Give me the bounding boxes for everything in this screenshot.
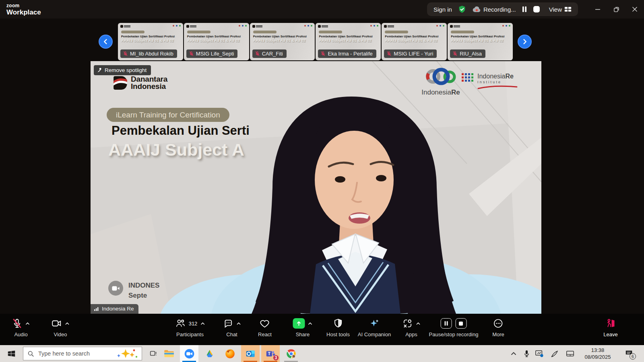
taskbar-clock[interactable]: 13:38 08/09/2025 <box>579 347 617 361</box>
tray-show-hidden-icons[interactable] <box>507 345 520 362</box>
chevron-up-icon[interactable] <box>308 322 313 325</box>
host-tools-button[interactable]: Host tools <box>326 317 350 337</box>
participants-button[interactable]: 312 Participants <box>175 317 205 337</box>
firefox-icon <box>225 348 235 359</box>
meeting-controls-pill: Sign in Recording... View <box>427 2 578 16</box>
chevron-up-icon[interactable] <box>65 322 70 325</box>
tile-subtitle: Pembekalan Ujian Sertifikasi Profesi <box>385 35 438 38</box>
share-button[interactable]: Share <box>293 317 313 337</box>
tray-microphone-icon[interactable] <box>520 345 533 362</box>
participant-tile[interactable]: Pembekalan Ujian Sertifikasi Profesi AAA… <box>184 23 249 60</box>
apps-icon <box>402 318 413 329</box>
participant-name: RIU_Alsa <box>460 51 482 57</box>
firefox-app[interactable] <box>221 345 239 362</box>
chevron-up-icon[interactable] <box>200 322 205 325</box>
outlook-icon <box>245 348 256 359</box>
security-shield-icon[interactable] <box>458 5 466 14</box>
tile-logo-dots <box>436 25 444 27</box>
participants-count: 312 <box>189 321 198 327</box>
tray-touchpad-icon[interactable] <box>563 345 577 362</box>
participants-label: Participants <box>176 331 204 337</box>
outlook-app[interactable] <box>241 345 260 362</box>
minimize-button[interactable] <box>588 0 607 19</box>
apps-button[interactable]: Apps <box>402 317 421 337</box>
notification-center-button[interactable]: 6 <box>620 345 638 362</box>
pause-recording-button[interactable] <box>440 318 452 329</box>
tile-subtitle: Pembekalan Ujian Sertifikasi Profesi <box>253 35 307 38</box>
ai-companion-button[interactable]: AI Companion <box>358 317 391 337</box>
notification-count-badge: 6 <box>630 353 636 360</box>
search-highlights-sparkle-icon[interactable] <box>116 348 138 359</box>
tile-logos <box>450 25 510 28</box>
participant-name-label: MI_lib Abdul Rokib <box>120 49 177 58</box>
leave-button[interactable]: Leave <box>603 317 617 337</box>
tile-banner-pill <box>451 31 474 33</box>
close-button[interactable] <box>625 0 644 19</box>
zoom-app[interactable] <box>180 345 198 362</box>
participant-name: MSIG Life_Septi <box>196 51 234 57</box>
presentation-title-line2: AAAIJ Subject A <box>108 140 244 160</box>
spotlight-name-label: Indonesia Re <box>91 304 138 314</box>
zoom-app-icon <box>184 348 195 359</box>
pause-recording-button[interactable] <box>522 6 527 12</box>
search-icon <box>27 350 34 357</box>
tile-logo-dots <box>370 25 378 27</box>
presenter-person <box>91 61 541 314</box>
start-button[interactable] <box>2 345 20 362</box>
chat-button[interactable]: Chat <box>223 317 241 337</box>
sign-in-button[interactable]: Sign in <box>433 6 452 13</box>
google-drive-app[interactable] <box>200 345 219 362</box>
chevron-up-icon[interactable] <box>25 322 30 325</box>
participant-name-label: Eka Irma - Pertalife <box>318 49 376 58</box>
banner-pill: iLearn Training for Certification <box>107 108 229 122</box>
date: 08/09/2025 <box>579 354 617 361</box>
participant-tile[interactable]: Pembekalan Ujian Sertifikasi Profesi AAA… <box>118 23 183 60</box>
remove-spotlight-label: Remove spotlight <box>105 67 147 73</box>
maximize-button[interactable] <box>607 0 625 19</box>
more-label: More <box>492 331 504 337</box>
remove-spotlight-button[interactable]: Remove spotlight <box>94 65 151 75</box>
view-button[interactable]: View <box>549 6 572 13</box>
audio-button[interactable]: Audio <box>12 317 30 337</box>
tile-logo-dots <box>502 25 510 27</box>
ai-sparkle-icon <box>369 318 380 329</box>
spotlight-video: Remove spotlight Danantara Indonesia Ind… <box>91 61 541 314</box>
tile-danantara-mark <box>252 25 255 28</box>
tile-title: AAAIJ Subject AJ 01 & AJ 02 <box>319 38 371 43</box>
indonesiare-institute-logo: IndonesiaRe Institute <box>462 73 518 91</box>
tray-display-status-icon[interactable] <box>533 345 546 362</box>
filmstrip-prev-button[interactable] <box>99 35 113 49</box>
chevron-up-icon <box>510 351 517 356</box>
file-explorer-app[interactable] <box>159 345 178 362</box>
chevron-up-icon[interactable] <box>416 322 421 325</box>
mic-muted-icon <box>12 318 23 329</box>
zoom-workplace-logo: zoom Workplace <box>6 3 41 16</box>
tile-logos <box>318 25 378 28</box>
filmstrip-next-button[interactable] <box>518 35 532 49</box>
participant-tile[interactable]: Pembekalan Ujian Sertifikasi Profesi AAA… <box>250 23 315 60</box>
chevron-up-icon[interactable] <box>236 322 241 325</box>
tile-logos <box>252 25 313 28</box>
chrome-app[interactable] <box>282 345 300 362</box>
more-button[interactable]: More <box>492 317 504 337</box>
share-label: Share <box>296 331 310 337</box>
meeting-watermark: INDONES Septe <box>108 281 159 300</box>
svg-text:T: T <box>268 351 270 356</box>
video-button[interactable]: Video <box>51 317 70 337</box>
react-label: React <box>258 331 272 337</box>
participant-tile[interactable]: Pembekalan Ujian Sertifikasi Profesi AAA… <box>448 23 513 60</box>
search-input[interactable] <box>37 350 113 357</box>
logo-workplace-text: Workplace <box>6 9 41 16</box>
tile-subtitle: Pembekalan Ujian Sertifikasi Profesi <box>451 35 504 38</box>
stop-recording-button[interactable] <box>533 6 540 13</box>
tray-pen-icon[interactable] <box>547 345 561 362</box>
react-button[interactable]: React <box>258 317 272 337</box>
participant-tile[interactable]: Pembekalan Ujian Sertifikasi Profesi AAA… <box>316 23 381 60</box>
participant-tile[interactable]: Pembekalan Ujian Sertifikasi Profesi AAA… <box>382 23 447 60</box>
ai-companion-label: AI Companion <box>358 331 391 337</box>
stop-recording-button[interactable] <box>455 318 466 329</box>
view-grid-icon <box>564 6 572 12</box>
tile-subtitle: Pembekalan Ujian Sertifikasi Profesi <box>121 35 175 38</box>
teams-app[interactable]: T 3 <box>261 345 280 362</box>
recording-label: Pause/stop recording <box>429 331 479 337</box>
